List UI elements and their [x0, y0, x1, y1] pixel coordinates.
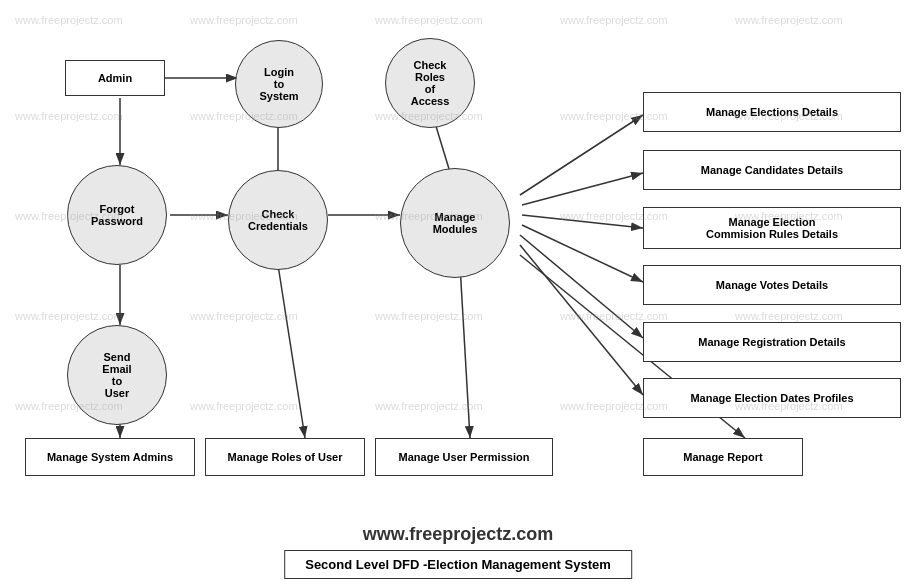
- footer-title: Second Level DFD -Election Management Sy…: [284, 550, 632, 579]
- forgot-password-node: Forgot Password: [67, 165, 167, 265]
- manage-system-admins-node: Manage System Admins: [25, 438, 195, 476]
- manage-registration-details-node: Manage Registration Details: [643, 322, 901, 362]
- manage-election-commision-node: Manage Election Commision Rules Details: [643, 207, 901, 249]
- manage-roles-of-user-node: Manage Roles of User: [205, 438, 365, 476]
- login-node: Login to System: [235, 40, 323, 128]
- manage-report-node: Manage Report: [643, 438, 803, 476]
- diagram-container: Admin Login to System Check Roles of Acc…: [10, 10, 906, 577]
- svg-line-15: [520, 235, 643, 338]
- manage-election-dates-profiles-node: Manage Election Dates Profiles: [643, 378, 901, 418]
- admin-node: Admin: [65, 60, 165, 96]
- send-email-node: Send Email to User: [67, 325, 167, 425]
- svg-line-9: [278, 265, 305, 438]
- svg-line-16: [520, 245, 643, 395]
- svg-line-14: [522, 225, 643, 282]
- manage-user-permission-node: Manage User Permission: [375, 438, 553, 476]
- footer-url: www.freeprojectz.com: [0, 524, 916, 545]
- svg-line-12: [522, 173, 643, 205]
- manage-votes-details-node: Manage Votes Details: [643, 265, 901, 305]
- svg-line-10: [460, 265, 470, 438]
- svg-line-13: [522, 215, 643, 228]
- check-roles-node: Check Roles of Access: [385, 38, 475, 128]
- manage-elections-details-node: Manage Elections Details: [643, 92, 901, 132]
- manage-candidates-details-node: Manage Candidates Details: [643, 150, 901, 190]
- svg-line-11: [520, 115, 643, 195]
- check-credentials-node: Check Credentials: [228, 170, 328, 270]
- manage-modules-node: Manage Modules: [400, 168, 510, 278]
